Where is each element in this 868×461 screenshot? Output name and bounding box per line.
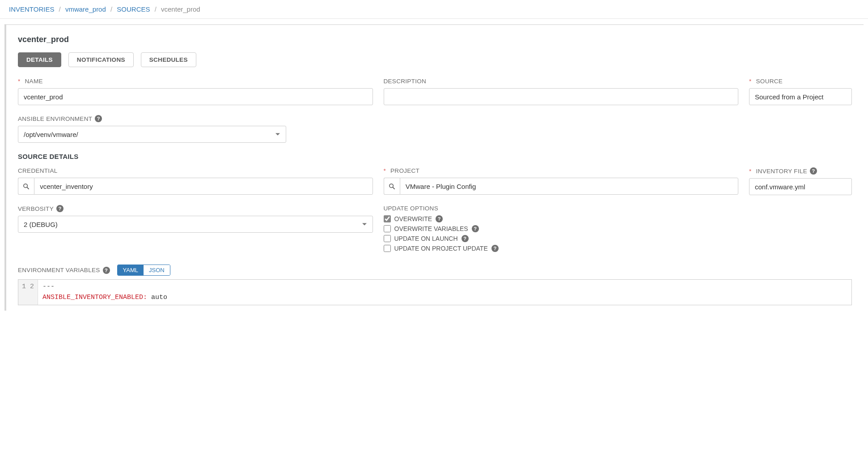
page-title: vcenter_prod [18, 35, 852, 44]
breadcrumb-inventory[interactable]: vmware_prod [65, 5, 106, 13]
credential-input[interactable] [34, 178, 373, 195]
env-vars-label: ENVIRONMENT VARIABLES ? [18, 267, 110, 274]
tab-bar: DETAILS NOTIFICATIONS SCHEDULES [18, 52, 852, 67]
tab-details[interactable]: DETAILS [18, 52, 61, 67]
source-select[interactable] [749, 88, 852, 105]
name-label: *NAME [18, 78, 373, 85]
inventory-file-input[interactable] [749, 178, 852, 195]
breadcrumb-separator: / [59, 5, 61, 13]
update-project-label: UPDATE ON PROJECT UPDATE [394, 245, 488, 252]
svg-line-3 [393, 187, 394, 189]
help-icon[interactable]: ? [491, 245, 499, 252]
credential-label: CREDENTIAL [18, 167, 373, 174]
help-icon[interactable]: ? [95, 115, 102, 122]
search-icon [389, 183, 395, 190]
tab-schedules[interactable]: SCHEDULES [141, 52, 196, 67]
verbosity-select[interactable] [18, 216, 373, 233]
code-content: --- ANSIBLE_INVENTORY_ENABLED: auto [38, 280, 851, 305]
search-icon [23, 183, 30, 190]
help-icon[interactable]: ? [810, 167, 817, 175]
toggle-json[interactable]: JSON [144, 265, 170, 275]
main-content: vcenter_prod DETAILS NOTIFICATIONS SCHED… [4, 24, 864, 311]
breadcrumb-inventories[interactable]: INVENTORIES [9, 5, 54, 13]
breadcrumb-current: vcenter_prod [161, 5, 200, 13]
help-icon[interactable]: ? [436, 215, 443, 222]
ansible-env-select[interactable] [18, 126, 286, 143]
panel: vcenter_prod DETAILS NOTIFICATIONS SCHED… [6, 25, 864, 311]
update-options-label: UPDATE OPTIONS [384, 205, 739, 212]
source-details-heading: SOURCE DETAILS [18, 153, 852, 160]
help-icon[interactable]: ? [103, 267, 110, 274]
env-vars-editor[interactable]: 1 2 --- ANSIBLE_INVENTORY_ENABLED: auto [18, 279, 852, 305]
format-toggle: YAML JSON [117, 265, 170, 276]
update-project-checkbox[interactable] [384, 245, 391, 252]
verbosity-label: VERBOSITY ? [18, 205, 373, 212]
update-launch-label: UPDATE ON LAUNCH [394, 235, 458, 242]
project-label: *PROJECT [384, 167, 739, 174]
inventory-file-label: *INVENTORY FILE ? [749, 167, 852, 175]
overwrite-vars-checkbox[interactable] [384, 225, 391, 232]
breadcrumb-separator: / [155, 5, 157, 13]
line-gutter: 1 2 [18, 280, 38, 305]
name-input[interactable] [18, 88, 373, 105]
help-icon[interactable]: ? [462, 235, 469, 242]
description-label: DESCRIPTION [384, 78, 739, 85]
project-lookup-button[interactable] [384, 178, 400, 195]
tab-notifications[interactable]: NOTIFICATIONS [68, 52, 134, 67]
svg-line-1 [27, 187, 29, 189]
ansible-env-label: ANSIBLE ENVIRONMENT ? [18, 115, 286, 122]
overwrite-label: OVERWRITE [394, 215, 432, 222]
toggle-yaml[interactable]: YAML [118, 265, 144, 275]
credential-lookup-button[interactable] [18, 178, 34, 195]
breadcrumb: INVENTORIES / vmware_prod / SOURCES / vc… [0, 0, 868, 19]
source-label: *SOURCE [749, 78, 852, 85]
breadcrumb-separator: / [110, 5, 112, 13]
help-icon[interactable]: ? [472, 225, 479, 232]
overwrite-checkbox[interactable] [384, 215, 391, 222]
overwrite-vars-label: OVERWRITE VARIABLES [394, 225, 468, 232]
breadcrumb-sources[interactable]: SOURCES [117, 5, 150, 13]
description-input[interactable] [384, 88, 739, 105]
project-input[interactable] [400, 178, 738, 195]
update-launch-checkbox[interactable] [384, 235, 391, 242]
help-icon[interactable]: ? [56, 205, 64, 212]
